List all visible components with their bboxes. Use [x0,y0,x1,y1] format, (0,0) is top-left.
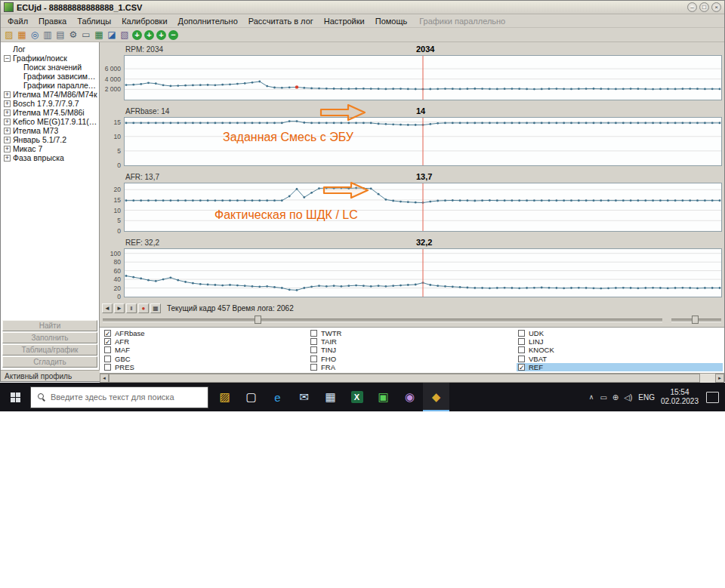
param-row-gbc[interactable]: GBC [103,355,299,363]
unchecked-checkbox-icon[interactable] [518,346,525,353]
media-player-icon[interactable]: ◉ [396,383,423,411]
unchecked-checkbox-icon[interactable] [518,330,525,337]
play-icon[interactable]: ► [114,303,125,313]
menu-item-7[interactable]: Помощь [370,16,413,26]
ecu-app-icon[interactable]: ◆ [423,383,449,411]
taskbar-search[interactable]: Введите здесь текст для поиска [30,386,208,408]
log-icon[interactable]: ▧ [119,29,131,41]
graph-mode-icon[interactable]: ▦ [150,303,161,313]
sidebar-button-3[interactable]: Сгладить [2,356,97,368]
checked-checkbox-icon[interactable]: ✓ [104,338,111,345]
param-row-linj[interactable]: LINJ [517,337,723,346]
calculator-icon[interactable]: ▦ [317,383,344,411]
grid-icon[interactable]: ▦ [93,29,105,41]
tree-item-3[interactable]: Графики зависимостей [1,72,99,81]
collapse-minus-icon[interactable]: − [4,55,11,62]
unchecked-checkbox-icon[interactable] [310,330,317,337]
checked-checkbox-icon[interactable]: ✓ [518,364,525,371]
language-indicator[interactable]: ENG [638,393,655,402]
chart-icon[interactable]: ◪ [106,29,118,41]
unchecked-checkbox-icon[interactable] [310,338,317,345]
expand-plus-icon[interactable]: + [4,119,11,125]
expand-plus-icon[interactable]: + [4,146,11,152]
expand-plus-icon[interactable]: + [4,100,11,107]
menu-item-secondary[interactable]: Графики параллельно [414,16,511,26]
add-series-icon[interactable]: + [144,30,154,40]
param-row-ref[interactable]: ✓REF [517,363,723,371]
copy-table-icon[interactable]: ▤ [54,29,66,41]
file-explorer-icon[interactable]: ▨ [211,383,238,411]
unchecked-checkbox-icon[interactable] [104,364,111,371]
report-icon[interactable]: ▭ [80,29,92,41]
unchecked-checkbox-icon[interactable] [310,356,317,362]
param-row-fra[interactable]: FRA [309,363,505,371]
prev-frame-icon[interactable]: ◄ [102,303,113,313]
position-slider-thumb[interactable] [255,316,261,324]
volume-icon[interactable]: ◁) [624,393,632,402]
param-row-fho[interactable]: FHO [309,355,505,363]
tree-item-1[interactable]: −Графики/поиск [1,54,99,63]
table-icon[interactable]: ▥ [42,29,54,41]
menu-item-4[interactable]: Дополнительно [173,16,243,26]
tree-item-10[interactable]: +Январь 5.1/7.2 [1,135,99,144]
menu-item-5[interactable]: Рассчитать в лог [243,16,319,26]
chart-plot-ref[interactable] [124,248,722,297]
close-button[interactable]: × [711,2,721,12]
chart-plot-rpm[interactable] [124,55,722,100]
network-icon[interactable]: ⊕ [612,393,619,402]
tree-item-4[interactable]: Графики параллельно [1,81,99,90]
edge-icon[interactable]: e [264,383,291,411]
taskbar-clock[interactable]: 15:54 02.02.2023 [661,388,699,406]
sidebar-button-1[interactable]: Заполнить [2,332,97,343]
tree-item-12[interactable]: +Фаза впрыска [1,153,99,162]
tree-item-8[interactable]: +Kefico ME(G)17.9.11(12) [1,117,99,126]
excel-icon[interactable]: X [344,383,370,411]
tree-item-11[interactable]: +Микас 7 [1,144,99,153]
unchecked-checkbox-icon[interactable] [518,356,525,362]
pause-icon[interactable]: ‖ [126,303,137,313]
menu-item-2[interactable]: Таблицы [72,16,116,26]
position-slider[interactable] [103,314,662,325]
param-row-afr[interactable]: ✓AFR [103,337,299,346]
unchecked-checkbox-icon[interactable] [104,346,111,353]
menu-item-6[interactable]: Настройки [319,16,370,26]
expand-plus-icon[interactable]: + [4,155,11,162]
export-icon[interactable]: ▦ [16,29,28,41]
expand-plus-icon[interactable]: + [4,128,11,134]
zoom-slider-thumb[interactable] [692,316,699,324]
horizontal-scrollbar[interactable]: ◄ ► [100,374,724,383]
param-row-maf[interactable]: MAF [103,346,299,354]
app-green-icon[interactable]: ▣ [370,383,396,411]
start-button[interactable] [0,383,30,411]
scrollbar-thumb[interactable] [109,374,700,383]
param-row-pres[interactable]: PRES [103,363,299,371]
zoom-slider[interactable] [671,314,721,325]
open-file-icon[interactable]: ▨ [3,29,15,41]
tree-item-9[interactable]: +Ителма М73 [1,126,99,135]
mail-icon[interactable]: ✉ [291,383,317,411]
scroll-left-button[interactable]: ◄ [100,374,109,383]
param-row-knock[interactable]: KNOCK [517,346,723,354]
scrollbar-track[interactable] [109,374,715,383]
tree-item-5[interactable]: +Ителма М74/М86/М74к [1,90,99,99]
menu-item-1[interactable]: Правка [33,16,72,26]
param-row-tair[interactable]: TAIR [309,337,505,346]
remove-icon[interactable]: − [168,30,178,40]
expand-plus-icon[interactable]: + [4,109,11,116]
unchecked-checkbox-icon[interactable] [310,364,317,371]
param-row-udk[interactable]: UDK [517,329,723,337]
tree-item-6[interactable]: +Bosch 17.9.7/7.9.7 [1,99,99,108]
unchecked-checkbox-icon[interactable] [310,346,317,353]
chart-plot-afr[interactable] [124,183,722,232]
unchecked-checkbox-icon[interactable] [104,356,111,362]
marker-icon[interactable]: ● [138,303,149,313]
menu-item-0[interactable]: Файл [2,16,33,26]
menu-item-3[interactable]: Калибровки [116,16,172,26]
unchecked-checkbox-icon[interactable] [518,338,525,345]
expand-plus-icon[interactable]: + [4,91,11,98]
chart-plot-afrbase[interactable] [124,117,722,166]
checked-checkbox-icon[interactable]: ✓ [104,330,111,337]
sidebar-button-2[interactable]: Таблица/график [2,344,97,356]
add-marker-icon[interactable]: + [156,30,166,40]
tree-item-0[interactable]: Лог [1,45,99,54]
